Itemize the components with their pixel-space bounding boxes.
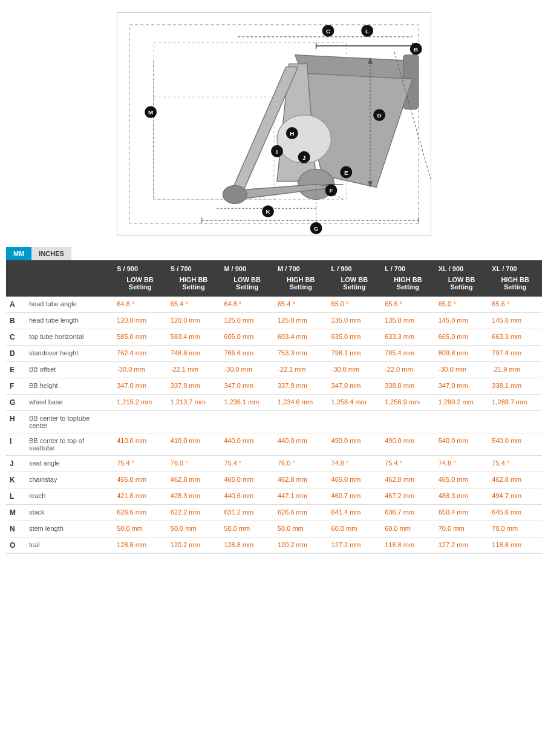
row-6-val-2: 1,236.1 mm (220, 395, 274, 411)
row-13-val-2: 50.0 mm (220, 521, 274, 537)
row-label-5: BB height (25, 378, 113, 395)
row-8-val-3: 440.0 mm (274, 433, 328, 456)
table-row: Kchainstay465.0 mm462.8 mm465.0 mm462.8 … (6, 472, 542, 488)
row-4-val-5: -22.0 mm (381, 362, 435, 378)
table-row: Ahead tube angle64.8 °65.4 °64.8 °65.4 °… (6, 297, 542, 313)
row-1-val-4: 135.0 mm (328, 313, 382, 329)
row-11-val-1: 428.3 mm (167, 488, 221, 505)
row-label-3: standover height (25, 346, 113, 362)
col-header-5: L / 700 (381, 260, 435, 275)
col-setting-2: LOW BB Setting (220, 275, 274, 297)
row-0-val-7: 65.6 ° (488, 297, 542, 313)
row-13-val-1: 50.0 mm (167, 521, 221, 537)
row-5-val-5: 338.0 mm (381, 378, 435, 395)
table-row: Ctop tube horizontal585.0 mm583.4 mm605.… (6, 329, 542, 346)
row-2-val-5: 633.3 mm (381, 329, 435, 346)
row-10-val-0: 465.0 mm (113, 472, 167, 488)
row-5-val-6: 347.0 mm (435, 378, 489, 395)
table-row: IBB center to top of seattube410.0 mm410… (6, 433, 542, 456)
row-1-val-0: 120.0 mm (113, 313, 167, 329)
row-2-val-4: 635.0 mm (328, 329, 382, 346)
row-6-val-5: 1,256.9 mm (381, 395, 435, 411)
row-14-val-5: 118.8 mm (381, 537, 435, 554)
row-label-13: stem length (25, 521, 113, 537)
row-6-val-0: 1,215.2 mm (113, 395, 167, 411)
row-11-val-0: 421.8 mm (113, 488, 167, 505)
row-10-val-6: 465.0 mm (435, 472, 489, 488)
row-7-val-6 (435, 411, 489, 433)
row-9-val-3: 76.0 ° (274, 456, 328, 472)
row-0-val-1: 65.4 ° (167, 297, 221, 313)
row-letter-7: H (6, 411, 25, 433)
specs-table: S / 900 S / 700 M / 900 M / 700 L / 900 … (6, 260, 542, 554)
col-header-7: XL / 700 (488, 260, 542, 275)
row-letter-6: G (6, 395, 25, 411)
row-13-val-4: 60.0 mm (328, 521, 382, 537)
row-4-val-3: -22.1 mm (274, 362, 328, 378)
row-5-val-1: 337.9 mm (167, 378, 221, 395)
bike-diagram-container: A B C D E F G (117, 12, 431, 236)
row-letter-4: E (6, 362, 25, 378)
row-7-val-3 (274, 411, 328, 433)
col-setting-5: HIGH BB Setting (381, 275, 435, 297)
row-label-11: reach (25, 488, 113, 505)
row-10-val-1: 462.8 mm (167, 472, 221, 488)
row-label-2: top tube horizontal (25, 329, 113, 346)
row-12-val-4: 641.4 mm (328, 505, 382, 521)
col-setting-6: LOW BB Setting (435, 275, 489, 297)
row-letter-0: A (6, 297, 25, 313)
row-8-val-4: 490.0 mm (328, 433, 382, 456)
row-11-val-7: 494.7 mm (488, 488, 542, 505)
row-letter-8: I (6, 433, 25, 456)
row-4-val-4: -30.0 mm (328, 362, 382, 378)
col-setting-3: HIGH BB Setting (274, 275, 328, 297)
row-8-val-0: 410.0 mm (113, 433, 167, 456)
svg-text:I: I (276, 148, 278, 155)
row-11-val-2: 440.6 mm (220, 488, 274, 505)
row-8-val-6: 540.0 mm (435, 433, 489, 456)
row-label-6: wheel base (25, 395, 113, 411)
row-11-val-5: 467.2 mm (381, 488, 435, 505)
row-6-val-7: 1,288.7 mm (488, 395, 542, 411)
col-header-1: S / 700 (167, 260, 221, 275)
svg-text:J: J (302, 154, 306, 161)
table-row: Jseat angle75.4 °76.0 °75.4 °76.0 °74.8 … (6, 456, 542, 472)
inches-button[interactable]: INCHES (31, 247, 71, 260)
table-header-settings: LOW BB Setting HIGH BB Setting LOW BB Se… (6, 275, 542, 297)
row-3-val-3: 753.3 mm (274, 346, 328, 362)
row-8-val-1: 410.0 mm (167, 433, 221, 456)
unit-toggle: MM INCHES (6, 247, 542, 260)
col-header-6: XL / 900 (435, 260, 489, 275)
row-14-val-3: 120.2 mm (274, 537, 328, 554)
row-8-val-2: 440.0 mm (220, 433, 274, 456)
row-4-val-1: -22.1 mm (167, 362, 221, 378)
svg-text:D: D (377, 112, 381, 119)
row-4-val-2: -30.0 mm (220, 362, 274, 378)
row-letter-12: M (6, 505, 25, 521)
svg-text:C: C (326, 28, 330, 35)
row-1-val-7: 145.0 mm (488, 313, 542, 329)
row-1-val-3: 125.0 mm (274, 313, 328, 329)
mm-button[interactable]: MM (6, 247, 31, 260)
row-7-val-0 (113, 411, 167, 433)
svg-text:G: G (314, 225, 319, 232)
row-8-val-5: 490.0 mm (381, 433, 435, 456)
table-row: Nstem length50.0 mm50.0 mm50.0 mm50.0 mm… (6, 521, 542, 537)
table-row: EBB offset-30.0 mm-22.1 mm-30.0 mm-22.1 … (6, 362, 542, 378)
row-0-val-4: 65.0 ° (328, 297, 382, 313)
row-letter-5: F (6, 378, 25, 395)
row-12-val-7: 645.6 mm (488, 505, 542, 521)
col-header-2: M / 900 (220, 260, 274, 275)
row-5-val-0: 347.0 mm (113, 378, 167, 395)
row-1-val-2: 125.0 mm (220, 313, 274, 329)
svg-text:L: L (365, 28, 369, 35)
table-header-sizes: S / 900 S / 700 M / 900 M / 700 L / 900 … (6, 260, 542, 275)
row-0-val-6: 65.0 ° (435, 297, 489, 313)
row-12-val-3: 626.6 mm (274, 505, 328, 521)
row-5-val-2: 347.0 mm (220, 378, 274, 395)
row-9-val-1: 76.0 ° (167, 456, 221, 472)
col-header-4: L / 900 (328, 260, 382, 275)
row-label-1: head tube length (25, 313, 113, 329)
row-14-val-4: 127.2 mm (328, 537, 382, 554)
row-label-12: stack (25, 505, 113, 521)
